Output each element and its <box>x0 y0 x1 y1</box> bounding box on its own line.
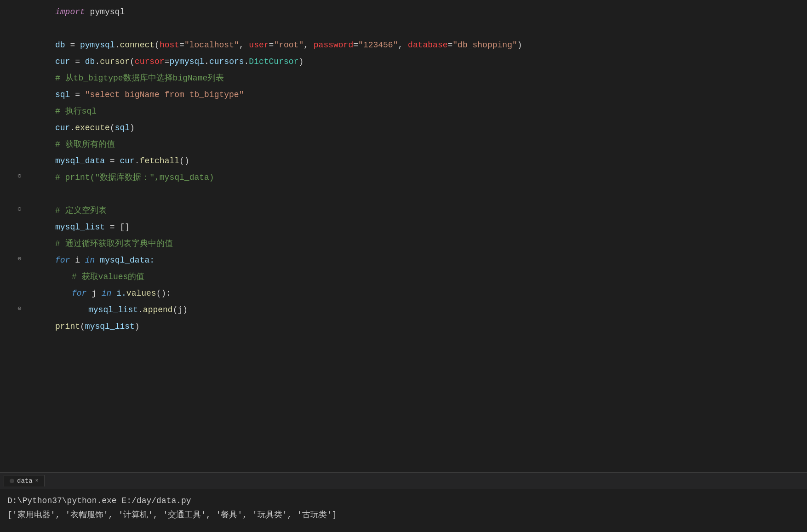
code-line: cur.execute(sql) <box>28 120 807 137</box>
code-token: in <box>102 287 112 301</box>
code-token: # 获取values的值 <box>72 270 144 284</box>
code-line: print(mysql_list) <box>28 319 807 336</box>
code-token: # 定义空列表 <box>55 204 107 218</box>
code-token: . <box>244 55 249 69</box>
code-token: pymysql <box>169 55 204 69</box>
code-token: . <box>95 55 100 69</box>
code-token: execute <box>75 121 110 135</box>
code-token: = <box>65 39 80 52</box>
code-token: ) <box>130 121 135 135</box>
code-token: mysql_data <box>55 154 105 168</box>
code-token: pymysql <box>80 39 115 52</box>
code-token: () <box>179 154 189 168</box>
code-token: ( <box>110 121 115 135</box>
code-line: # 获取values的值 <box>28 269 807 286</box>
code-token: in <box>85 254 95 268</box>
code-token: fetchall <box>140 154 179 168</box>
code-token: = <box>179 39 184 52</box>
code-token: i <box>70 254 85 268</box>
code-token: (): <box>156 287 171 301</box>
code-token: ) <box>135 320 140 334</box>
code-line: # 从tb_bigtype数据库中选择bigName列表 <box>28 71 807 87</box>
code-token: # 执行sql <box>55 105 97 119</box>
code-token: connect <box>120 39 155 52</box>
code-token: "root" <box>274 39 303 52</box>
code-token: , <box>398 39 408 52</box>
code-token: = <box>269 39 274 52</box>
code-token: ( <box>80 320 85 334</box>
terminal-command: D:\Python37\python.exe E:/day/data.py <box>7 494 800 508</box>
code-token: for <box>72 287 86 301</box>
code-token: # print("数据库数据：",mysql_data) <box>55 171 214 185</box>
code-token: mysql_list <box>55 221 105 235</box>
code-line: mysql_data = cur.fetchall() <box>28 154 807 170</box>
fold-icon[interactable]: ⊖ <box>17 303 21 314</box>
code-token: cur <box>120 154 134 168</box>
code-token: mysql_data: <box>95 254 155 268</box>
code-token: cursors <box>209 55 244 69</box>
code-token: database <box>408 39 447 52</box>
code-token: mysql_list <box>85 320 135 334</box>
code-token: = <box>353 39 358 52</box>
code-line: import pymysql <box>28 5 807 21</box>
code-token: ( <box>130 55 135 69</box>
code-token: pymysql <box>85 6 125 19</box>
code-token: append <box>143 303 173 317</box>
code-token: (j) <box>173 303 188 317</box>
code-token: cursor <box>100 55 130 69</box>
code-token: , <box>239 39 249 52</box>
code-token: . <box>138 303 143 317</box>
code-token: "db_shopping" <box>452 39 517 52</box>
code-token: . <box>115 39 120 52</box>
code-token: print <box>55 320 80 334</box>
code-token: . <box>135 154 140 168</box>
code-line: # 执行sql <box>28 104 807 120</box>
code-line: mysql_list = [] <box>28 220 807 236</box>
code-token: password <box>314 39 353 52</box>
code-token: = [] <box>105 221 130 235</box>
code-token: values <box>126 287 156 301</box>
code-line: # 通过循环获取列表字典中的值 <box>28 236 807 253</box>
code-token: # 从tb_bigtype数据库中选择bigName列表 <box>55 72 224 86</box>
code-line: ⊖mysql_list.append(j) <box>28 303 807 319</box>
code-token: cur <box>55 121 70 135</box>
terminal-tab-icon <box>10 479 14 483</box>
terminal-result: ['家用电器', '衣帽服饰', '计算机', '交通工具', '餐具', '玩… <box>7 508 800 522</box>
code-token: ) <box>517 39 522 52</box>
fold-icon[interactable]: ⊖ <box>17 171 21 182</box>
code-token: cur <box>55 55 70 69</box>
code-token: i. <box>111 287 126 301</box>
code-token: db <box>85 55 95 69</box>
terminal-panel: data × D:\Python37\python.exe E:/day/dat… <box>0 472 807 532</box>
code-token: , <box>303 39 314 52</box>
code-line: sql = "select bigName from tb_bigtype" <box>28 87 807 104</box>
code-token: = <box>448 39 453 52</box>
terminal-tab-data[interactable]: data × <box>4 475 45 486</box>
terminal-tab-bar: data × <box>0 473 807 489</box>
code-token: "123456" <box>358 39 398 52</box>
code-line: # 获取所有的值 <box>28 137 807 154</box>
code-token: cursor <box>135 55 165 69</box>
code-token: sql <box>55 88 70 102</box>
code-token: user <box>249 39 269 52</box>
code-token: = <box>70 55 85 69</box>
fold-icon[interactable]: ⊖ <box>17 204 21 215</box>
code-token: ( <box>155 39 160 52</box>
code-token: "localhost" <box>184 39 239 52</box>
code-token: . <box>70 121 75 135</box>
code-editor: import pymysqldb = pymysql.connect(host=… <box>0 0 807 472</box>
code-line: ⊖# 定义空列表 <box>28 203 807 220</box>
code-line <box>28 187 807 203</box>
code-token: # 获取所有的值 <box>55 138 115 152</box>
code-token: mysql_list <box>88 303 138 317</box>
code-token: sql <box>115 121 130 135</box>
terminal-tab-close[interactable]: × <box>35 478 39 484</box>
code-token: j <box>86 287 101 301</box>
code-line: ⊖for i in mysql_data: <box>28 253 807 269</box>
code-token: = <box>105 154 120 168</box>
terminal-output: D:\Python37\python.exe E:/day/data.py ['… <box>0 489 807 526</box>
code-token: db <box>55 39 65 52</box>
code-token: . <box>204 55 209 69</box>
fold-icon[interactable]: ⊖ <box>17 254 21 264</box>
code-line: ⊖# print("数据库数据：",mysql_data) <box>28 170 807 187</box>
